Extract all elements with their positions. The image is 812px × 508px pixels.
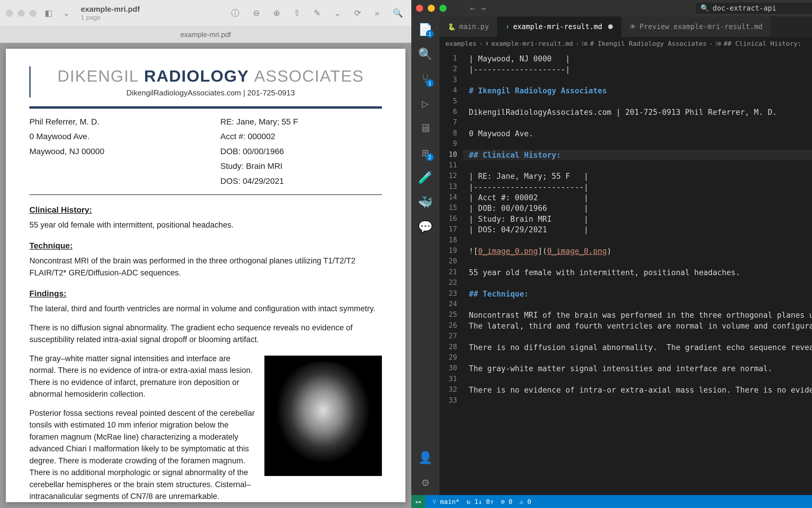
command-center[interactable]: 🔍 doc-extract-api [695,2,812,14]
code-editor[interactable]: 1234567891011121314151617181920212223242… [440,50,812,495]
preview-file-icon: 👁 [630,23,636,31]
doc-divider-thick [29,106,382,109]
git-sync[interactable]: ↻ 1↓ 0↑ [466,498,494,505]
tab-main-py[interactable]: 🐍 main.py [440,16,497,37]
remote-indicator[interactable]: ⟷ [411,495,425,508]
line-number: 31 [440,374,457,385]
minimize-window[interactable] [428,5,435,12]
code-line[interactable] [463,353,812,363]
settings-gear-icon[interactable]: ⚙ [418,475,433,489]
rotate-icon[interactable]: ⟳ [352,6,363,20]
markup-menu-icon[interactable]: ⌄ [332,6,343,20]
code-line[interactable] [463,374,812,385]
python-file-icon: 🐍 [448,23,456,31]
breadcrumb-seg[interactable]: ## Clinical History: [724,40,802,47]
code-line[interactable]: 55 year old female with intermittent, po… [463,267,812,278]
share-icon[interactable]: ⇧ [291,6,302,20]
info-icon[interactable]: ⓘ [229,5,242,21]
code-line[interactable]: |--------------------| [463,64,812,75]
code-line[interactable]: | RE: Jane, Mary; 55 F | [463,171,812,181]
search-activity-icon[interactable]: 🔍 [418,47,433,61]
remote-explorer-icon[interactable]: 🖥 [418,121,433,135]
search-icon[interactable]: 🔍 [391,6,405,20]
explorer-icon[interactable]: 📄1 [418,22,433,36]
problems-warnings[interactable]: ⚠ 0 [520,498,531,505]
code-line[interactable]: 0 Maywood Ave. [463,128,812,139]
code-line[interactable] [463,395,812,406]
doc-logo: DIKENGIL RADIOLOGY ASSOCIATES [39,67,382,85]
code-line[interactable] [463,278,812,288]
tab-example-mri-result[interactable]: ⬇ example-mri-result.md [497,16,621,37]
code-line[interactable]: The lateral, third and fourth ventricles… [463,321,812,331]
code-line[interactable]: | Maywood, NJ 0000 | [463,53,812,64]
code-line[interactable]: The gray-white matter signal intensities… [463,363,812,374]
git-branch[interactable]: ⑂ main* [433,498,459,505]
view-menu-icon[interactable]: ⌄ [60,6,72,20]
pdf-viewport[interactable]: DIKENGIL RADIOLOGY ASSOCIATES DikengilRa… [0,43,411,508]
doc-contact: DikengilRadiologyAssociates.com | 201-72… [39,88,382,97]
line-number: 7 [440,118,457,128]
run-debug-icon[interactable]: ▷ [418,96,433,111]
code-line[interactable] [463,160,812,171]
close-window[interactable] [416,5,423,12]
code-content[interactable]: | Maywood, NJ 0000 ||-------------------… [463,50,812,495]
code-line[interactable]: | DOB: 00/00/1966 | [463,203,812,213]
code-line[interactable] [463,139,812,150]
code-line[interactable]: ![0_image_0.png](0_image_0.png) [463,246,812,256]
findings-p2: There is no diffusion signal abnormality… [29,322,382,346]
source-control-icon[interactable]: ⑂1 [418,72,433,86]
nav-back-icon[interactable]: ← [470,3,475,13]
code-line[interactable]: Noncontrast MRI of the brain was perform… [463,310,812,321]
zoom-out-icon[interactable]: ⊖ [251,6,262,20]
line-number: 30 [440,363,457,374]
line-number: 20 [440,256,457,267]
extensions-icon[interactable]: ⊞2 [418,145,433,160]
code-line[interactable] [463,299,812,310]
code-line[interactable] [463,96,812,107]
code-line[interactable]: There is no evidence of intra-or extra-a… [463,385,812,395]
code-line[interactable]: ## Clinical History: [463,150,812,160]
line-number: 2 [440,64,457,75]
close-window[interactable] [6,10,13,17]
vscode-titlebar: ← → 🔍 doc-extract-api ⎈ ◧ ⬓ ◨ ⊞ [411,0,812,16]
sidebar-toggle-icon[interactable]: ◧ [42,6,55,20]
code-line[interactable] [463,118,812,128]
patient-study: Study: Brain MRI [220,159,382,174]
status-bar: ⟷ ⑂ main* ↻ 1↓ 0↑ ⊘ 0 ⚠ 0 Ln 10, Col 21 … [411,495,812,508]
breadcrumb-seg[interactable]: examples [445,40,477,47]
breadcrumb[interactable]: examples › ⬇ example-mri-result.md › ⁝≡ … [440,37,812,50]
testing-icon[interactable]: 🧪 [418,170,433,184]
problems-errors[interactable]: ⊘ 0 [501,498,513,505]
code-line[interactable]: |------------------------| [463,182,812,192]
code-line[interactable]: # Ikengil Radiology Associates [463,85,812,96]
comments-icon[interactable]: 💬 [418,220,433,234]
code-line[interactable] [463,256,812,267]
zoom-in-icon[interactable]: ⊕ [271,6,282,20]
docker-icon[interactable]: 🐳 [418,195,433,209]
doc-info-grid: Phil Referrer, M. D. 0 Maywood Ave. Mayw… [29,115,382,188]
code-line[interactable] [463,75,812,85]
breadcrumb-seg[interactable]: example-mri-result.md [491,40,573,47]
code-line[interactable]: | DOS: 04/29/2021 | [463,224,812,235]
more-icon[interactable]: » [372,6,381,20]
code-line[interactable] [463,331,812,342]
symbol-icon: ⁝≡ [582,40,587,47]
technique-text: Noncontrast MRI of the brain was perform… [29,255,382,279]
code-line[interactable] [463,235,812,246]
code-line[interactable]: DikengilRadiologyAssociates.com | 201-72… [463,107,812,118]
code-line[interactable]: ## Technique: [463,289,812,299]
zoom-window[interactable] [440,5,447,12]
pdf-tab[interactable]: example-mri.pdf [180,31,231,39]
tab-preview[interactable]: 👁 Preview example-mri-result.md [621,16,771,37]
line-number: 22 [440,278,457,288]
referrer-name: Phil Referrer, M. D. [29,115,191,129]
code-line[interactable]: | Study: Brain MRI | [463,214,812,224]
markup-icon[interactable]: ✎ [312,6,323,20]
accounts-icon[interactable]: 👤 [418,451,433,465]
code-line[interactable]: There is no diffusion signal abnormality… [463,342,812,353]
nav-forward-icon[interactable]: → [481,3,486,13]
minimize-window[interactable] [17,10,25,17]
code-line[interactable]: | Acct #: 00002 | [463,192,812,203]
zoom-window[interactable] [29,10,36,17]
breadcrumb-seg[interactable]: # Ikengil Radiology Associates [590,40,706,47]
